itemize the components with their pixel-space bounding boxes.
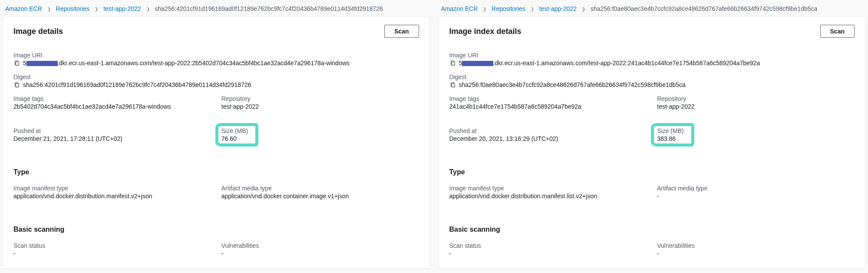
image-tags-value: 2b5402d704c34ac5bf4bc1ae32acd4e7a296178a… bbox=[13, 103, 211, 110]
svg-rect-3 bbox=[452, 83, 455, 87]
breadcrumb-link-repositories[interactable]: Repositories bbox=[56, 5, 90, 12]
copy-icon[interactable] bbox=[449, 81, 456, 88]
scan-button[interactable]: Scan bbox=[384, 25, 419, 38]
copy-icon[interactable] bbox=[13, 60, 20, 67]
size-value: 76.60 bbox=[221, 135, 248, 142]
breadcrumb-link-repositories[interactable]: Repositories bbox=[492, 5, 525, 12]
redaction: 5 bbox=[23, 60, 26, 67]
redaction bbox=[26, 61, 58, 66]
image-tags-value: 241ac4b1c44fce7e1754b587a6c589204a7be92a bbox=[449, 103, 647, 110]
image-uri-label: Image URI bbox=[449, 52, 855, 59]
image-uri-suffix: .dkr.ecr.us-east-1.amazonaws.com/test-ap… bbox=[57, 60, 350, 67]
scanning-heading: Basic scanning bbox=[449, 226, 855, 233]
page-title: Image details bbox=[13, 27, 63, 36]
image-tags-label: Image tags bbox=[449, 95, 647, 102]
pushed-at-value: December 21, 2021, 17:28:11 (UTC+02) bbox=[13, 135, 211, 142]
pane-image-index-details: Amazon ECR ❯ Repositories ❯ test-app-202… bbox=[439, 3, 866, 269]
manifest-type-label: Image manifest type bbox=[13, 185, 211, 192]
pane-image-details: Amazon ECR ❯ Repositories ❯ test-app-202… bbox=[3, 3, 430, 269]
size-label: Size (MB) bbox=[657, 127, 683, 134]
breadcrumb: Amazon ECR ❯ Repositories ❯ test-app-202… bbox=[439, 3, 866, 17]
copy-icon[interactable] bbox=[449, 60, 456, 67]
vulnerabilities-label: Vulnerabilities bbox=[657, 242, 855, 249]
digest-label: Digest bbox=[449, 73, 855, 80]
vulnerabilities-value: - bbox=[657, 250, 855, 257]
breadcrumb-link-root[interactable]: Amazon ECR bbox=[441, 5, 478, 12]
redaction: 5 bbox=[459, 60, 462, 67]
svg-rect-0 bbox=[16, 62, 19, 65]
scan-status-value: - bbox=[449, 250, 647, 257]
image-uri-value: 5.dkr.ecr.us-east-1.amazonaws.com/test-a… bbox=[23, 60, 350, 67]
digest-value: sha256:f0ae80aec3e4b7ccfc92a8ce48626d767… bbox=[459, 81, 686, 88]
vulnerabilities-value: - bbox=[221, 250, 419, 257]
scanning-heading: Basic scanning bbox=[13, 226, 419, 233]
details-card: Image index details Scan Image URI 5.dkr… bbox=[439, 17, 866, 269]
size-label: Size (MB) bbox=[221, 127, 248, 134]
scan-status-label: Scan status bbox=[13, 242, 211, 249]
artifact-media-label: Artifact media type bbox=[657, 185, 855, 192]
repository-label: Repository bbox=[221, 95, 419, 102]
copy-icon[interactable] bbox=[13, 81, 20, 88]
chevron-right-icon: ❯ bbox=[47, 7, 51, 11]
page-title: Image index details bbox=[449, 27, 521, 36]
size-highlight: Size (MB) 383.86 bbox=[657, 127, 683, 142]
image-tags-label: Image tags bbox=[13, 95, 211, 102]
artifact-media-value: application/vnd.docker.container.image.v… bbox=[221, 193, 419, 200]
size-highlight: Size (MB) 76.60 bbox=[221, 127, 248, 142]
manifest-type-label: Image manifest type bbox=[449, 185, 647, 192]
chevron-right-icon: ❯ bbox=[483, 7, 486, 11]
digest-value: sha256:4201cf91d196169ad0f12189e762bc9fc… bbox=[23, 81, 251, 88]
size-value: 383.86 bbox=[657, 135, 683, 142]
chevron-right-icon: ❯ bbox=[95, 7, 98, 11]
manifest-type-value: application/vnd.docker.distribution.mani… bbox=[449, 193, 647, 200]
svg-rect-2 bbox=[452, 62, 455, 65]
repository-value: test-app-2022 bbox=[221, 103, 419, 110]
vulnerabilities-label: Vulnerabilities bbox=[221, 242, 419, 249]
breadcrumb-link-repo[interactable]: test-app-2022 bbox=[539, 5, 577, 12]
scan-button[interactable]: Scan bbox=[820, 25, 855, 38]
scan-status-label: Scan status bbox=[449, 242, 647, 249]
chevron-right-icon: ❯ bbox=[531, 7, 534, 11]
breadcrumb-link-repo[interactable]: test-app-2022 bbox=[103, 5, 141, 12]
type-heading: Type bbox=[13, 168, 419, 176]
redaction bbox=[462, 61, 493, 66]
breadcrumb-link-root[interactable]: Amazon ECR bbox=[5, 5, 42, 12]
digest-label: Digest bbox=[13, 73, 419, 80]
repository-value: test-app-2022 bbox=[657, 103, 855, 110]
breadcrumb-current: sha256:f0ae80aec3e4b7ccfc92a8ce48626d767… bbox=[591, 5, 817, 12]
manifest-type-value: application/vnd.docker.distribution.mani… bbox=[13, 193, 211, 200]
image-uri-value: 5.dkr.ecr.us-east-1.amazonaws.com/test-a… bbox=[459, 60, 760, 67]
chevron-right-icon: ❯ bbox=[146, 7, 150, 11]
image-uri-suffix: .dkr.ecr.us-east-1.amazonaws.com/test-ap… bbox=[493, 60, 760, 67]
repository-label: Repository bbox=[657, 95, 855, 102]
artifact-media-label: Artifact media type bbox=[221, 185, 419, 192]
svg-rect-1 bbox=[16, 83, 19, 87]
artifact-media-value: - bbox=[657, 193, 855, 200]
breadcrumb-current: sha256:4201cf91d196169ad0f12189e762bc9fc… bbox=[155, 5, 383, 12]
type-heading: Type bbox=[449, 168, 855, 176]
image-uri-label: Image URI bbox=[13, 52, 419, 59]
scan-status-value: - bbox=[13, 250, 211, 257]
pushed-at-label: Pushed at bbox=[13, 127, 211, 134]
pushed-at-value: December 20, 2021, 13:16:29 (UTC+02) bbox=[449, 135, 647, 142]
chevron-right-icon: ❯ bbox=[582, 7, 585, 11]
details-card: Image details Scan Image URI 5.dkr.ecr.u… bbox=[3, 17, 430, 269]
pushed-at-label: Pushed at bbox=[449, 127, 647, 134]
breadcrumb: Amazon ECR ❯ Repositories ❯ test-app-202… bbox=[3, 3, 430, 17]
